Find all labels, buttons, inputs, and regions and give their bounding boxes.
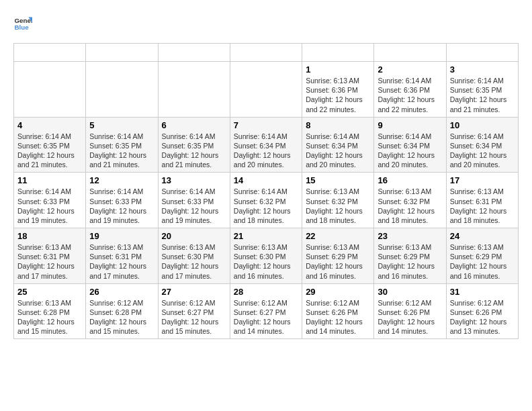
cell-content: Sunrise: 6:13 AM Sunset: 6:28 PM Dayligh… bbox=[17, 298, 82, 336]
calendar-cell: 3Sunrise: 6:14 AM Sunset: 6:35 PM Daylig… bbox=[446, 62, 518, 118]
day-number: 7 bbox=[234, 120, 298, 130]
calendar-cell: 24Sunrise: 6:13 AM Sunset: 6:29 PM Dayli… bbox=[446, 228, 518, 284]
calendar-cell: 23Sunrise: 6:13 AM Sunset: 6:29 PM Dayli… bbox=[374, 228, 446, 284]
cell-content: Sunrise: 6:13 AM Sunset: 6:32 PM Dayligh… bbox=[378, 187, 442, 225]
cell-content: Sunrise: 6:13 AM Sunset: 6:36 PM Dayligh… bbox=[306, 76, 370, 114]
day-number: 2 bbox=[378, 64, 442, 75]
calendar-cell: 16Sunrise: 6:13 AM Sunset: 6:32 PM Dayli… bbox=[374, 173, 446, 228]
day-number: 19 bbox=[89, 231, 154, 241]
cell-content: Sunrise: 6:14 AM Sunset: 6:34 PM Dayligh… bbox=[306, 132, 370, 170]
day-number: 6 bbox=[162, 120, 226, 130]
calendar-cell: 4Sunrise: 6:14 AM Sunset: 6:35 PM Daylig… bbox=[14, 117, 86, 173]
day-number: 13 bbox=[162, 175, 226, 185]
calendar-cell: 2Sunrise: 6:14 AM Sunset: 6:36 PM Daylig… bbox=[374, 62, 446, 118]
cell-content: Sunrise: 6:14 AM Sunset: 6:36 PM Dayligh… bbox=[378, 76, 442, 114]
calendar-cell: 31Sunrise: 6:12 AM Sunset: 6:26 PM Dayli… bbox=[446, 283, 518, 339]
calendar-cell: 1Sunrise: 6:13 AM Sunset: 6:36 PM Daylig… bbox=[302, 62, 374, 118]
calendar-table: SundayMondayTuesdayWednesdayThursdayFrid… bbox=[13, 43, 519, 339]
day-number: 14 bbox=[234, 175, 298, 185]
cell-content: Sunrise: 6:12 AM Sunset: 6:26 PM Dayligh… bbox=[306, 298, 370, 336]
calendar-cell: 25Sunrise: 6:13 AM Sunset: 6:28 PM Dayli… bbox=[14, 283, 86, 339]
calendar-cell: 13Sunrise: 6:14 AM Sunset: 6:33 PM Dayli… bbox=[158, 173, 230, 228]
cell-content: Sunrise: 6:13 AM Sunset: 6:29 PM Dayligh… bbox=[450, 242, 515, 281]
cell-content: Sunrise: 6:13 AM Sunset: 6:31 PM Dayligh… bbox=[17, 242, 82, 281]
day-number: 31 bbox=[450, 287, 515, 297]
cell-content: Sunrise: 6:14 AM Sunset: 6:35 PM Dayligh… bbox=[89, 132, 154, 170]
day-header-tuesday: Tuesday bbox=[158, 44, 230, 62]
day-header-friday: Friday bbox=[374, 44, 446, 62]
cell-content: Sunrise: 6:12 AM Sunset: 6:26 PM Dayligh… bbox=[378, 298, 442, 336]
cell-content: Sunrise: 6:14 AM Sunset: 6:32 PM Dayligh… bbox=[234, 187, 298, 225]
day-number: 3 bbox=[450, 64, 515, 75]
cell-content: Sunrise: 6:13 AM Sunset: 6:31 PM Dayligh… bbox=[450, 187, 515, 225]
calendar-cell: 19Sunrise: 6:13 AM Sunset: 6:31 PM Dayli… bbox=[86, 228, 158, 284]
day-number: 20 bbox=[162, 231, 226, 241]
day-header-monday: Monday bbox=[86, 44, 158, 62]
day-number: 28 bbox=[234, 287, 298, 297]
calendar-cell bbox=[158, 62, 230, 118]
calendar-cell: 15Sunrise: 6:13 AM Sunset: 6:32 PM Dayli… bbox=[302, 173, 374, 228]
day-header-wednesday: Wednesday bbox=[230, 44, 302, 62]
day-number: 22 bbox=[306, 231, 370, 241]
day-number: 17 bbox=[450, 175, 515, 185]
day-number: 18 bbox=[17, 231, 82, 241]
calendar-cell: 12Sunrise: 6:14 AM Sunset: 6:33 PM Dayli… bbox=[86, 173, 158, 228]
cell-content: Sunrise: 6:13 AM Sunset: 6:31 PM Dayligh… bbox=[89, 242, 154, 281]
day-number: 15 bbox=[306, 175, 370, 185]
calendar-cell: 9Sunrise: 6:14 AM Sunset: 6:34 PM Daylig… bbox=[374, 117, 446, 173]
calendar-cell bbox=[14, 62, 86, 118]
day-header-thursday: Thursday bbox=[302, 44, 374, 62]
cell-content: Sunrise: 6:12 AM Sunset: 6:28 PM Dayligh… bbox=[89, 298, 154, 336]
day-number: 12 bbox=[89, 175, 154, 185]
cell-content: Sunrise: 6:13 AM Sunset: 6:32 PM Dayligh… bbox=[306, 187, 370, 225]
calendar-cell: 18Sunrise: 6:13 AM Sunset: 6:31 PM Dayli… bbox=[14, 228, 86, 284]
day-number: 24 bbox=[450, 231, 515, 241]
cell-content: Sunrise: 6:14 AM Sunset: 6:34 PM Dayligh… bbox=[234, 132, 298, 170]
cell-content: Sunrise: 6:14 AM Sunset: 6:33 PM Dayligh… bbox=[17, 187, 82, 225]
cell-content: Sunrise: 6:14 AM Sunset: 6:34 PM Dayligh… bbox=[378, 132, 442, 170]
day-number: 29 bbox=[306, 287, 370, 297]
day-number: 21 bbox=[234, 231, 298, 241]
cell-content: Sunrise: 6:12 AM Sunset: 6:27 PM Dayligh… bbox=[162, 298, 226, 336]
day-number: 23 bbox=[378, 231, 442, 241]
page-header: General Blue bbox=[13, 13, 519, 32]
calendar-cell bbox=[86, 62, 158, 118]
cell-content: Sunrise: 6:14 AM Sunset: 6:35 PM Dayligh… bbox=[450, 76, 515, 114]
calendar-cell: 22Sunrise: 6:13 AM Sunset: 6:29 PM Dayli… bbox=[302, 228, 374, 284]
cell-content: Sunrise: 6:13 AM Sunset: 6:30 PM Dayligh… bbox=[162, 242, 226, 281]
cell-content: Sunrise: 6:13 AM Sunset: 6:30 PM Dayligh… bbox=[234, 242, 298, 281]
calendar-cell: 6Sunrise: 6:14 AM Sunset: 6:35 PM Daylig… bbox=[158, 117, 230, 173]
day-number: 10 bbox=[450, 120, 515, 130]
calendar-cell: 27Sunrise: 6:12 AM Sunset: 6:27 PM Dayli… bbox=[158, 283, 230, 339]
cell-content: Sunrise: 6:14 AM Sunset: 6:35 PM Dayligh… bbox=[162, 132, 226, 170]
calendar-cell: 26Sunrise: 6:12 AM Sunset: 6:28 PM Dayli… bbox=[86, 283, 158, 339]
cell-content: Sunrise: 6:13 AM Sunset: 6:29 PM Dayligh… bbox=[306, 242, 370, 281]
cell-content: Sunrise: 6:14 AM Sunset: 6:35 PM Dayligh… bbox=[17, 132, 82, 170]
calendar-cell: 10Sunrise: 6:14 AM Sunset: 6:34 PM Dayli… bbox=[446, 117, 518, 173]
logo-icon: General Blue bbox=[13, 13, 32, 32]
calendar-cell: 21Sunrise: 6:13 AM Sunset: 6:30 PM Dayli… bbox=[230, 228, 302, 284]
day-number: 5 bbox=[89, 120, 154, 130]
calendar-cell: 29Sunrise: 6:12 AM Sunset: 6:26 PM Dayli… bbox=[302, 283, 374, 339]
day-number: 9 bbox=[378, 120, 442, 130]
calendar-cell: 28Sunrise: 6:12 AM Sunset: 6:27 PM Dayli… bbox=[230, 283, 302, 339]
calendar-cell: 20Sunrise: 6:13 AM Sunset: 6:30 PM Dayli… bbox=[158, 228, 230, 284]
calendar-cell: 17Sunrise: 6:13 AM Sunset: 6:31 PM Dayli… bbox=[446, 173, 518, 228]
calendar-cell: 7Sunrise: 6:14 AM Sunset: 6:34 PM Daylig… bbox=[230, 117, 302, 173]
day-header-saturday: Saturday bbox=[446, 44, 518, 62]
logo: General Blue bbox=[13, 13, 35, 32]
day-number: 27 bbox=[162, 287, 226, 297]
day-number: 25 bbox=[17, 287, 82, 297]
cell-content: Sunrise: 6:14 AM Sunset: 6:33 PM Dayligh… bbox=[89, 187, 154, 225]
cell-content: Sunrise: 6:12 AM Sunset: 6:26 PM Dayligh… bbox=[450, 298, 515, 336]
day-number: 26 bbox=[89, 287, 154, 297]
calendar-cell: 11Sunrise: 6:14 AM Sunset: 6:33 PM Dayli… bbox=[14, 173, 86, 228]
day-header-sunday: Sunday bbox=[14, 44, 86, 62]
day-number: 8 bbox=[306, 120, 370, 130]
day-number: 1 bbox=[306, 64, 370, 75]
calendar-cell: 5Sunrise: 6:14 AM Sunset: 6:35 PM Daylig… bbox=[86, 117, 158, 173]
day-number: 16 bbox=[378, 175, 442, 185]
day-number: 4 bbox=[17, 120, 82, 130]
cell-content: Sunrise: 6:13 AM Sunset: 6:29 PM Dayligh… bbox=[378, 242, 442, 281]
svg-text:Blue: Blue bbox=[14, 24, 29, 31]
